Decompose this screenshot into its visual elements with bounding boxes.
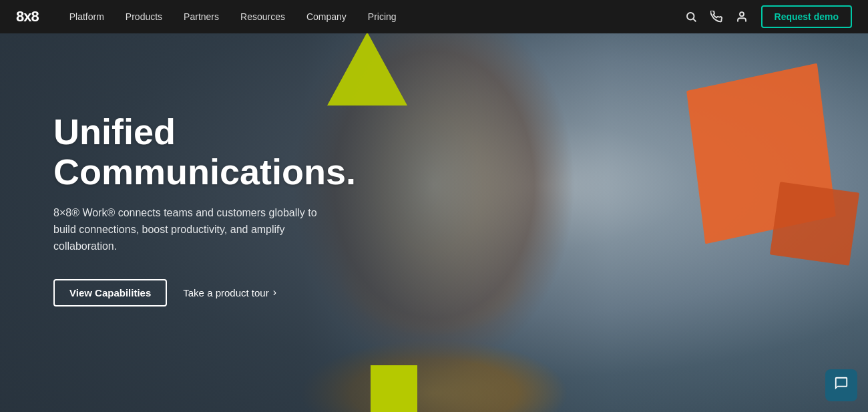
request-demo-button[interactable]: Request demo [761, 5, 852, 28]
svg-point-2 [740, 12, 744, 16]
product-tour-label: Take a product tour [183, 287, 268, 298]
view-capabilities-button[interactable]: View Capabilities [53, 279, 167, 306]
hero-subtext: 8×8® Work® connects teams and customers … [53, 205, 341, 254]
chat-icon [834, 376, 849, 395]
nav-link-company[interactable]: Company [297, 7, 356, 26]
orange-shape-small [770, 182, 859, 266]
headline-line2: Communications. [53, 152, 356, 192]
site-logo[interactable]: 8x8 [16, 8, 39, 25]
arrow-right-icon: › [273, 286, 276, 298]
nav-link-partners[interactable]: Partners [174, 7, 228, 26]
hero-headline: Unified Communications. [53, 112, 434, 192]
headline-line1: Unified [53, 112, 176, 152]
navbar: 8x8 Platform Products Partners Resources… [0, 0, 868, 33]
nav-icon-group [685, 11, 748, 23]
phone-icon[interactable] [710, 11, 722, 23]
nav-link-resources[interactable]: Resources [231, 7, 294, 26]
hero-section: 8x8 Platform Products Partners Resources… [0, 0, 868, 412]
search-icon[interactable] [685, 11, 697, 23]
nav-link-pricing[interactable]: Pricing [359, 7, 406, 26]
hero-content: Unified Communications. 8×8® Work® conne… [0, 33, 434, 412]
chat-widget[interactable] [825, 369, 857, 401]
user-icon[interactable] [736, 11, 748, 23]
nav-link-platform[interactable]: Platform [60, 7, 114, 26]
hero-buttons: View Capabilities Take a product tour › [53, 279, 434, 306]
nav-links: Platform Products Partners Resources Com… [60, 7, 685, 26]
svg-line-1 [693, 19, 695, 21]
nav-link-products[interactable]: Products [116, 7, 172, 26]
take-product-tour-button[interactable]: Take a product tour › [183, 286, 276, 298]
